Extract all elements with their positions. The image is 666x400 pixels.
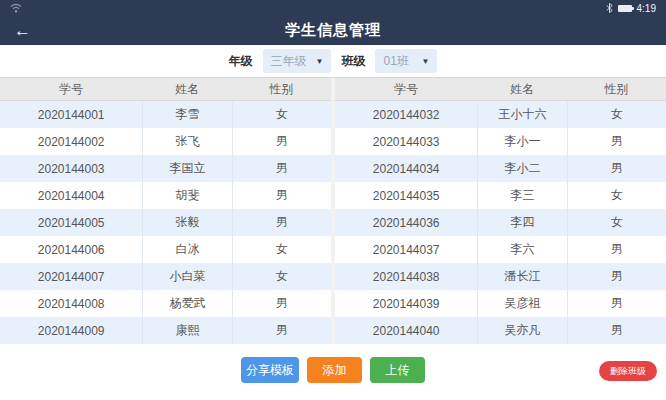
student-name-cell: 王小十六 <box>477 101 566 128</box>
table-row[interactable]: 2020144001 李雪 女 <box>0 101 331 128</box>
student-id-cell: 2020144032 <box>335 101 477 128</box>
back-arrow-icon[interactable]: ← <box>14 17 31 44</box>
chevron-down-icon: ▼ <box>316 57 324 66</box>
student-name-cell: 张毅 <box>142 209 231 236</box>
nav-bar: ← 学生信息管理 <box>0 16 666 45</box>
student-table-right: 学号 姓名 性别 2020144032 王小十六 女 2020144033 李小… <box>335 78 666 344</box>
table-row[interactable]: 2020144006 白冰 女 <box>0 236 331 263</box>
table-row[interactable]: 2020144003 李国立 男 <box>0 155 331 182</box>
table-row[interactable]: 2020144040 吴亦凡 男 <box>335 317 666 344</box>
student-name-cell: 张飞 <box>142 128 231 155</box>
student-name-cell: 李雪 <box>142 101 231 128</box>
student-id-cell: 2020144005 <box>0 209 142 236</box>
wifi-icon <box>10 0 22 17</box>
filter-bar: 年级 三年级 ▼ 班级 01班 ▼ <box>0 45 666 78</box>
student-id-cell: 2020144008 <box>0 290 142 317</box>
student-id-cell: 2020144003 <box>0 155 142 182</box>
class-value: 01班 <box>383 53 408 70</box>
column-header-id: 学号 <box>0 81 142 98</box>
student-gender-cell: 女 <box>567 209 666 236</box>
column-header-gender: 性别 <box>232 81 331 98</box>
table-row[interactable]: 2020144038 潘长江 男 <box>335 263 666 290</box>
student-gender-cell: 男 <box>567 317 666 344</box>
status-right-cluster: 4:19 <box>606 0 656 17</box>
student-name-cell: 吴亦凡 <box>477 317 566 344</box>
student-gender-cell: 女 <box>567 101 666 128</box>
student-name-cell: 小白菜 <box>142 263 231 290</box>
student-name-cell: 李小二 <box>477 155 566 182</box>
table-row[interactable]: 2020144005 张毅 男 <box>0 209 331 236</box>
grade-dropdown[interactable]: 三年级 ▼ <box>263 49 332 73</box>
student-name-cell: 康熙 <box>142 317 231 344</box>
student-gender-cell: 男 <box>567 128 666 155</box>
add-button[interactable]: 添加 <box>307 357 362 383</box>
student-id-cell: 2020144004 <box>0 182 142 209</box>
column-header-gender: 性别 <box>567 81 666 98</box>
column-header-name: 姓名 <box>477 81 566 98</box>
student-gender-cell: 男 <box>232 290 331 317</box>
share-template-button[interactable]: 分享模板 <box>241 357 299 383</box>
student-name-cell: 吴彦祖 <box>477 290 566 317</box>
student-name-cell: 潘长江 <box>477 263 566 290</box>
student-id-cell: 2020144037 <box>335 236 477 263</box>
chevron-down-icon: ▼ <box>422 57 430 66</box>
student-gender-cell: 男 <box>567 263 666 290</box>
student-gender-cell: 女 <box>232 263 331 290</box>
table-row[interactable]: 2020144035 李三 女 <box>335 182 666 209</box>
upload-button[interactable]: 上传 <box>370 357 425 383</box>
student-id-cell: 2020144034 <box>335 155 477 182</box>
student-id-cell: 2020144009 <box>0 317 142 344</box>
student-gender-cell: 男 <box>232 155 331 182</box>
page-title: 学生信息管理 <box>285 21 381 40</box>
student-id-cell: 2020144006 <box>0 236 142 263</box>
student-id-cell: 2020144038 <box>335 263 477 290</box>
student-gender-cell: 男 <box>232 128 331 155</box>
table-row[interactable]: 2020144039 吴彦祖 男 <box>335 290 666 317</box>
student-gender-cell: 男 <box>232 317 331 344</box>
student-name-cell: 胡斐 <box>142 182 231 209</box>
tables-container: 学号 姓名 性别 2020144001 李雪 女 2020144002 张飞 男 <box>0 78 666 344</box>
footer-button-group: 分享模板 添加 上传 <box>241 357 425 383</box>
student-name-cell: 李四 <box>477 209 566 236</box>
table-body-right: 2020144032 王小十六 女 2020144033 李小一 男 20201… <box>335 101 666 344</box>
grade-value: 三年级 <box>271 53 307 70</box>
student-id-cell: 2020144001 <box>0 101 142 128</box>
student-gender-cell: 女 <box>232 101 331 128</box>
table-row[interactable]: 2020144009 康熙 男 <box>0 317 331 344</box>
student-gender-cell: 男 <box>232 209 331 236</box>
student-name-cell: 李小一 <box>477 128 566 155</box>
column-header-name: 姓名 <box>142 81 231 98</box>
student-id-cell: 2020144039 <box>335 290 477 317</box>
student-id-cell: 2020144036 <box>335 209 477 236</box>
table-row[interactable]: 2020144002 张飞 男 <box>0 128 331 155</box>
table-body-left: 2020144001 李雪 女 2020144002 张飞 男 20201440… <box>0 101 331 344</box>
table-row[interactable]: 2020144037 李六 男 <box>335 236 666 263</box>
status-time: 4:19 <box>637 3 656 14</box>
student-gender-cell: 男 <box>232 182 331 209</box>
student-gender-cell: 男 <box>567 236 666 263</box>
class-label: 班级 <box>341 53 365 70</box>
table-row[interactable]: 2020144036 李四 女 <box>335 209 666 236</box>
table-row[interactable]: 2020144033 李小一 男 <box>335 128 666 155</box>
table-row[interactable]: 2020144007 小白菜 女 <box>0 263 331 290</box>
column-header-id: 学号 <box>335 81 477 98</box>
screen: 4:19 ← 学生信息管理 年级 三年级 ▼ 班级 01班 ▼ 学号 姓名 性别 <box>0 0 666 400</box>
student-name-cell: 李国立 <box>142 155 231 182</box>
table-row[interactable]: 2020144008 杨爱武 男 <box>0 290 331 317</box>
table-header-row: 学号 姓名 性别 <box>0 78 331 101</box>
student-id-cell: 2020144002 <box>0 128 142 155</box>
table-row[interactable]: 2020144034 李小二 男 <box>335 155 666 182</box>
delete-class-button[interactable]: 删除班级 <box>599 361 657 381</box>
status-bar: 4:19 <box>0 0 666 16</box>
class-dropdown[interactable]: 01班 ▼ <box>375 49 437 73</box>
footer-bar: 分享模板 添加 上传 删除班级 <box>0 344 666 400</box>
table-row[interactable]: 2020144004 胡斐 男 <box>0 182 331 209</box>
student-id-cell: 2020144040 <box>335 317 477 344</box>
student-name-cell: 李三 <box>477 182 566 209</box>
student-id-cell: 2020144007 <box>0 263 142 290</box>
table-row[interactable]: 2020144032 王小十六 女 <box>335 101 666 128</box>
student-name-cell: 杨爱武 <box>142 290 231 317</box>
grade-label: 年级 <box>229 53 253 70</box>
student-table-left: 学号 姓名 性别 2020144001 李雪 女 2020144002 张飞 男 <box>0 78 331 344</box>
table-header-row: 学号 姓名 性别 <box>335 78 666 101</box>
